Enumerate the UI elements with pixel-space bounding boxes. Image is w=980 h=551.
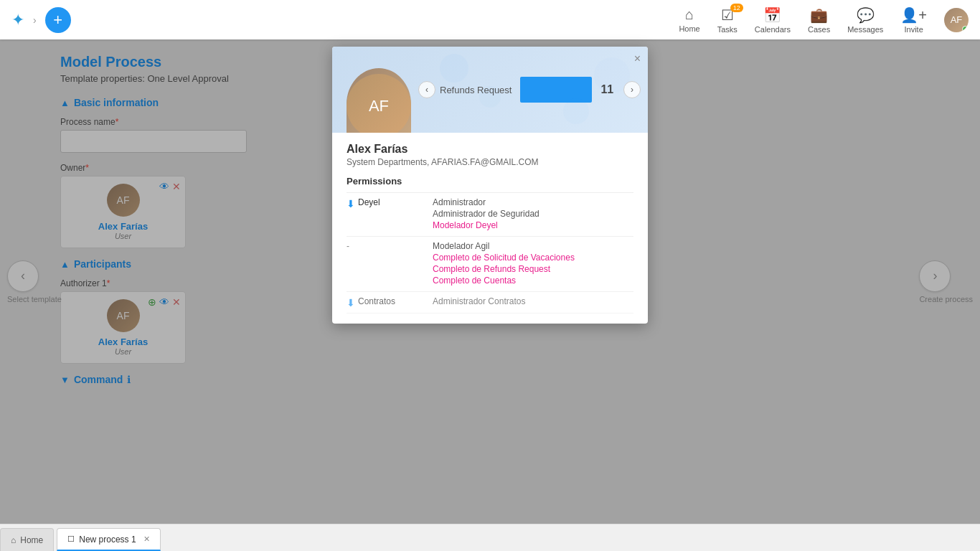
contratos-org-name: Contratos xyxy=(358,296,395,306)
nav-tasks[interactable]: ☑ 12 Tasks xyxy=(717,6,738,34)
perm-roles-dash: Modelador Agil Completo de Solicitud de … xyxy=(433,241,633,287)
role-modelador-agil: Modelador Agil xyxy=(433,241,633,251)
user-profile-modal: × AF ‹ xyxy=(332,47,648,324)
nav-cases[interactable]: 💼 Cases xyxy=(808,6,830,34)
logo-icon: ✦ xyxy=(11,11,24,29)
nav-messages[interactable]: 💬 Messages xyxy=(847,6,883,34)
perm-row-dash: - Modelador Agil Completo de Solicitud d… xyxy=(347,237,633,292)
nav-home[interactable]: ⌂ Home xyxy=(679,6,699,33)
role-completo-vacaciones: Completo de Solicitud de Vacaciones xyxy=(433,253,633,263)
deyel-org-icon: ⬇ xyxy=(347,198,355,209)
role-modelador-deyel: Modelador Deyel xyxy=(433,220,633,230)
modal-permissions-title: Permissions xyxy=(347,176,633,187)
modal-user-avatar: AF xyxy=(347,68,411,133)
tab-home-icon: ⌂ xyxy=(11,535,16,545)
role-completo-cuentas: Completo de Cuentas xyxy=(433,276,633,286)
dash-org-name: - xyxy=(347,241,349,251)
modal-user-name: Alex Farías xyxy=(347,143,633,156)
modal-permissions-list: ⬇ Deyel Administrador Administrador de S… xyxy=(347,192,633,314)
perm-org-contratos: ⬇ Contratos xyxy=(347,296,433,309)
modal-prev-button[interactable]: ‹ xyxy=(418,81,435,98)
tab-new-process-label: New process 1 xyxy=(79,534,136,545)
role-admin-contratos: Administrador Contratos xyxy=(433,296,633,306)
bottom-tabs: ⌂ Home ☐ New process 1 ✕ xyxy=(0,524,980,551)
perm-roles-deyel: Administrador Administrador de Seguridad… xyxy=(433,197,633,232)
top-navigation: ✦ › + ⌂ Home ☑ 12 Tasks 📅 Calendars 💼 Ca… xyxy=(0,0,980,39)
role-administrador-seguridad: Administrador de Seguridad xyxy=(433,209,633,219)
modal-close-button[interactable]: × xyxy=(634,52,641,65)
main-area: ‹ Select template › Create process Model… xyxy=(0,39,980,524)
nav-chevron-icon: › xyxy=(33,14,37,26)
modal-banner: AF ‹ Refunds Request 11 › xyxy=(332,47,648,133)
role-completo-refunds: Completo de Refunds Request xyxy=(433,264,633,274)
perm-org-deyel: ⬇ Deyel xyxy=(347,197,433,232)
cases-icon: 💼 xyxy=(810,6,828,24)
nav-invite[interactable]: 👤+ Invite xyxy=(900,6,927,34)
tab-new-process[interactable]: ☐ New process 1 ✕ xyxy=(57,528,160,551)
user-avatar[interactable]: AF xyxy=(944,8,969,32)
role-administrador: Administrador xyxy=(433,197,633,207)
perm-row-deyel: ⬇ Deyel Administrador Administrador de S… xyxy=(347,193,633,237)
nav-home-label: Home xyxy=(679,24,699,33)
nav-left: ✦ › + xyxy=(11,7,71,33)
modal-overlay: × AF ‹ xyxy=(0,39,980,524)
invite-icon: 👤+ xyxy=(900,6,927,24)
perm-roles-contratos: Administrador Contratos xyxy=(433,296,633,309)
calendars-icon: 📅 xyxy=(763,6,781,24)
tab-home[interactable]: ⌂ Home xyxy=(0,528,54,551)
contratos-org-icon: ⬇ xyxy=(347,297,355,309)
nav-right: ⌂ Home ☑ 12 Tasks 📅 Calendars 💼 Cases 💬 … xyxy=(679,6,969,34)
svg-point-3 xyxy=(563,98,589,124)
nav-cases-label: Cases xyxy=(808,25,830,34)
tab-home-label: Home xyxy=(20,535,43,545)
nav-calendars[interactable]: 📅 Calendars xyxy=(755,6,791,34)
perm-row-contratos: ⬇ Contratos Administrador Contratos xyxy=(347,292,633,314)
svg-point-1 xyxy=(479,86,501,108)
svg-point-0 xyxy=(440,54,468,83)
tasks-badge: 12 xyxy=(730,4,743,12)
tab-page-icon: ☐ xyxy=(67,534,75,544)
modal-next-button[interactable]: › xyxy=(623,81,641,98)
nav-tasks-label: Tasks xyxy=(717,25,738,34)
modal-user-info: System Departments, AFARIAS.FA@GMAIL.COM xyxy=(347,157,633,167)
tab-close-icon[interactable]: ✕ xyxy=(143,534,150,544)
nav-invite-label: Invite xyxy=(905,25,923,34)
online-status-dot xyxy=(962,26,969,32)
nav-calendars-label: Calendars xyxy=(755,25,791,34)
add-button[interactable]: + xyxy=(45,7,71,33)
modal-body: Alex Farías System Departments, AFARIAS.… xyxy=(332,133,648,324)
perm-org-dash: - xyxy=(347,241,433,287)
home-icon: ⌂ xyxy=(685,6,694,23)
deyel-org-name: Deyel xyxy=(358,197,380,207)
nav-messages-label: Messages xyxy=(847,25,883,34)
messages-icon: 💬 xyxy=(857,6,875,24)
